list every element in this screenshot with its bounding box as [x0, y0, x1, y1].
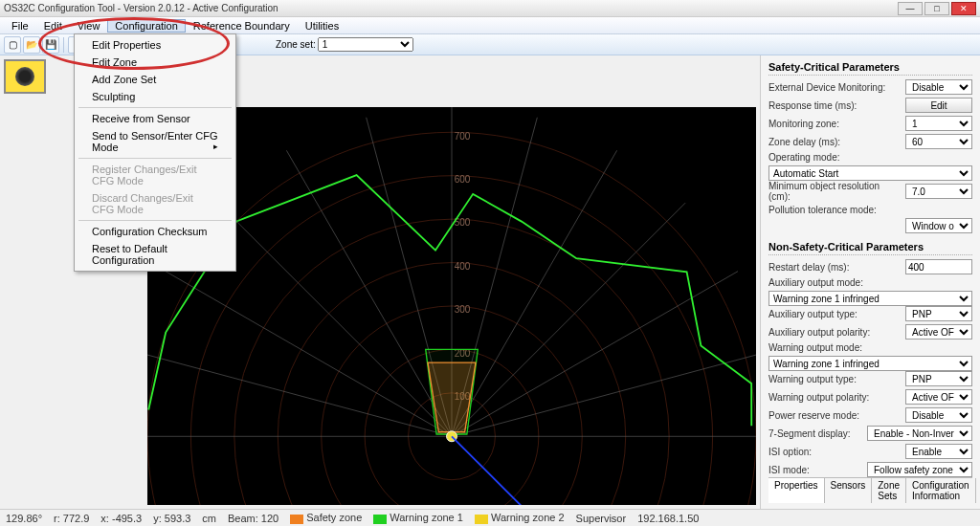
svg-line-24	[452, 272, 738, 437]
menu-file[interactable]: File	[4, 19, 36, 33]
menu-send[interactable]: Send to Sensor/Enter CFG Mode	[75, 127, 235, 156]
wop-select[interactable]: Active OFF	[905, 389, 972, 405]
wot-label: Warning output type:	[768, 374, 902, 384]
zd-select[interactable]: 60	[905, 134, 972, 149]
svg-line-23	[452, 203, 685, 436]
status-bar: 129.86° r: 772.9 x: -495.3 y: 593.3 cm B…	[0, 509, 980, 526]
menu-add-zone-set[interactable]: Add Zone Set	[75, 71, 235, 88]
side-tabs: Properties Sensors Zone Sets Configurati…	[768, 477, 972, 503]
svg-line-17	[218, 203, 452, 436]
ptm-label: Pollution tolerance mode:	[768, 205, 972, 215]
svg-text:600: 600	[455, 174, 471, 185]
aom-label: Auxiliary output mode:	[768, 277, 972, 288]
wot-select[interactable]: PNP	[905, 371, 972, 386]
tab-properties[interactable]: Properties	[768, 478, 825, 503]
menu-sculpting[interactable]: Sculpting	[75, 88, 235, 105]
om-label: Operating mode:	[768, 152, 972, 163]
seg-select[interactable]: Enable - Non-Inverted	[867, 426, 972, 441]
aop-label: Auxiliary output polarity:	[768, 327, 902, 338]
status-angle: 129.86°	[6, 513, 42, 524]
zd-label: Zone delay (ms):	[768, 137, 902, 147]
edm-select[interactable]: Disable	[905, 79, 972, 95]
menu-discard: Discard Changes/Exit CFG Mode	[75, 189, 235, 218]
menu-reference-boundary[interactable]: Reference Boundary	[186, 19, 298, 33]
menu-configuration[interactable]: Configuration	[107, 19, 185, 33]
svg-text:400: 400	[455, 261, 471, 272]
svg-line-15	[147, 351, 452, 436]
title-bar: OS32C Configuration Tool - Version 2.0.1…	[0, 0, 980, 17]
resp-label: Response time (ms):	[768, 100, 902, 111]
minimize-button[interactable]: —	[898, 2, 923, 15]
close-button[interactable]: ✕	[951, 2, 976, 15]
prm-label: Power reserve mode:	[768, 410, 902, 421]
status-beam: Beam: 120	[228, 513, 278, 524]
wom-label: Warning output mode:	[768, 342, 972, 353]
safety-critical-header: Safety-Critical Parameters	[768, 61, 972, 76]
svg-line-25	[452, 351, 756, 436]
window-title: OS32C Configuration Tool - Version 2.0.1…	[4, 3, 896, 13]
menu-utilities[interactable]: Utilities	[298, 19, 346, 33]
aot-select[interactable]: PNP	[905, 306, 972, 321]
menu-reset[interactable]: Reset to Default Configuration	[75, 240, 235, 269]
status-y: y: 593.3	[153, 513, 190, 524]
isio-label: ISI option:	[768, 447, 902, 457]
maximize-button[interactable]: □	[924, 2, 949, 15]
menu-edit-properties[interactable]: Edit Properties	[75, 36, 235, 54]
lens-icon	[15, 67, 34, 86]
sensor-view[interactable]: 100200300400500600700	[147, 107, 756, 505]
tab-zone-sets[interactable]: Zone Sets	[872, 478, 906, 503]
sensor-plot: 100200300400500600700	[147, 107, 756, 505]
status-r: r: 772.9	[54, 513, 89, 524]
aop-select[interactable]: Active OFF	[905, 324, 972, 340]
save-icon[interactable]: 💾	[42, 36, 59, 54]
non-safety-header: Non-Safety-Critical Parameters	[768, 241, 972, 255]
ptm-select[interactable]: Window only	[905, 218, 972, 233]
rd-input[interactable]	[905, 259, 972, 274]
menu-register: Register Changes/Exit CFG Mode	[75, 161, 235, 189]
w2-swatch-icon	[475, 515, 488, 524]
menu-receive[interactable]: Receive from Sensor	[75, 110, 235, 127]
sensor-thumbnail[interactable]	[4, 59, 46, 94]
menu-edit[interactable]: Edit	[36, 19, 70, 33]
prm-select[interactable]: Disable	[905, 407, 972, 423]
new-icon[interactable]: ▢	[4, 36, 21, 54]
aom-select[interactable]: Warning zone 1 infringed	[768, 291, 972, 306]
status-x: x: -495.3	[100, 513, 142, 524]
mor-select[interactable]: 7.0	[905, 184, 972, 199]
menu-bar: File Edit View Configuration Reference B…	[0, 17, 980, 34]
status-unit: cm	[202, 513, 216, 524]
svg-line-16	[166, 272, 452, 437]
legend-safety: Safety zone	[306, 512, 362, 523]
wop-label: Warning output polarity:	[768, 392, 902, 403]
svg-line-22	[452, 150, 617, 436]
om-select[interactable]: Automatic Start	[768, 165, 972, 181]
svg-text:300: 300	[455, 304, 471, 315]
properties-panel: Safety-Critical Parameters External Devi…	[760, 55, 980, 509]
wom-select[interactable]: Warning zone 1 infringed	[768, 356, 972, 371]
status-ip: 192.168.1.50	[637, 513, 699, 524]
w1-swatch-icon	[373, 515, 387, 524]
menu-view[interactable]: View	[70, 19, 108, 33]
isim-select[interactable]: Follow safety zone	[867, 462, 972, 477]
zone-set-select[interactable]: 1	[318, 37, 413, 52]
rd-label: Restart delay (ms):	[768, 262, 902, 273]
mz-select[interactable]: 1	[905, 116, 972, 131]
legend-w2: Warning zone 2	[491, 512, 565, 523]
menu-checksum[interactable]: Configuration Checksum	[75, 223, 235, 240]
resp-edit-button[interactable]: Edit	[905, 98, 972, 113]
legend-w1: Warning zone 1	[390, 512, 463, 523]
zone-set-label: Zone set:	[276, 39, 316, 50]
isim-label: ISI mode:	[768, 465, 863, 475]
mz-label: Monitoring zone:	[768, 119, 902, 129]
seg-label: 7-Segment display:	[768, 428, 863, 439]
tab-sensors[interactable]: Sensors	[825, 478, 873, 503]
configuration-dropdown: Edit Properties Edit Zone Add Zone Set S…	[74, 33, 236, 272]
tab-config-info[interactable]: Configuration Information	[906, 478, 975, 503]
menu-edit-zone[interactable]: Edit Zone	[75, 54, 235, 71]
mor-label: Minimum object resolution (cm):	[768, 181, 902, 202]
safety-swatch-icon	[290, 515, 303, 524]
edm-label: External Device Monitoring:	[768, 82, 902, 93]
aot-label: Auxiliary output type:	[768, 309, 902, 319]
open-icon[interactable]: 📂	[23, 36, 40, 54]
isio-select[interactable]: Enable	[905, 444, 972, 459]
